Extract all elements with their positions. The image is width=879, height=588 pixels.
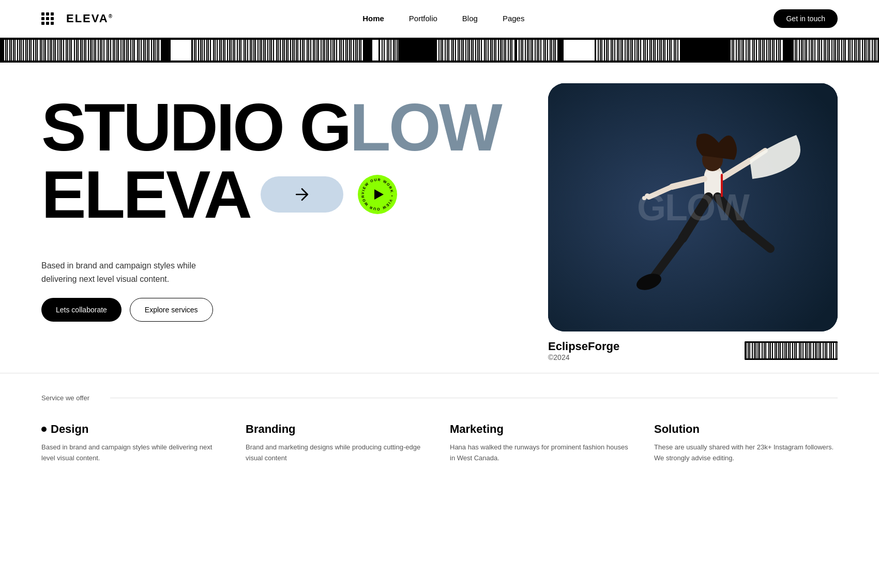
svg-rect-99	[232, 40, 233, 61]
play-badge-circle[interactable]: VIEW OUR WORK • VIEW OUR WORK •	[358, 175, 397, 214]
contact-button[interactable]: Get in touch	[774, 9, 838, 28]
svg-rect-232	[556, 40, 557, 61]
svg-rect-182	[452, 40, 453, 61]
svg-rect-172	[396, 40, 397, 61]
svg-rect-140	[315, 40, 316, 61]
svg-rect-163	[361, 40, 363, 61]
svg-rect-311	[810, 40, 811, 61]
svg-rect-289	[757, 40, 759, 61]
nav-portfolio[interactable]: Portfolio	[409, 14, 437, 23]
svg-rect-308	[804, 40, 805, 61]
svg-rect-1	[4, 40, 5, 61]
service-item-design: Design Based in brand and campaign style…	[41, 423, 225, 464]
hero-title-line1: STUDIO GLOW	[41, 94, 838, 161]
svg-rect-339	[867, 40, 868, 61]
svg-rect-89	[211, 40, 213, 61]
svg-rect-35	[72, 40, 74, 61]
svg-rect-340	[869, 40, 869, 61]
svg-rect-326	[840, 40, 841, 61]
svg-rect-274	[678, 40, 680, 61]
svg-rect-283	[744, 40, 746, 61]
svg-rect-244	[618, 40, 618, 61]
svg-rect-223	[538, 40, 538, 61]
services-grid: Design Based in brand and campaign style…	[41, 423, 838, 464]
svg-rect-301	[781, 40, 783, 61]
svg-rect-288	[755, 40, 756, 61]
svg-rect-107	[248, 40, 250, 61]
svg-rect-193	[474, 40, 475, 61]
svg-rect-143	[322, 40, 323, 61]
svg-rect-189	[466, 40, 467, 61]
svg-rect-121	[277, 40, 278, 61]
svg-rect-254	[638, 40, 638, 61]
svg-rect-97	[228, 40, 229, 61]
svg-rect-134	[303, 40, 304, 61]
svg-rect-322	[832, 40, 833, 61]
grid-icon[interactable]	[41, 12, 54, 25]
svg-rect-31	[64, 40, 66, 61]
svg-rect-230	[552, 40, 553, 61]
svg-rect-253	[635, 40, 636, 61]
svg-rect-171	[394, 40, 395, 61]
nav-home[interactable]: Home	[362, 14, 384, 23]
hero-section: STUDIO GLOW ELEVA	[0, 63, 879, 373]
svg-rect-328	[844, 40, 845, 61]
nav-pages[interactable]: Pages	[503, 14, 525, 23]
svg-rect-58	[119, 40, 120, 61]
service-desc-design: Based in brand and campaign styles while…	[41, 442, 225, 464]
svg-rect-150	[335, 40, 336, 61]
svg-rect-243	[615, 40, 617, 61]
svg-rect-37	[77, 40, 78, 61]
svg-rect-185	[459, 40, 459, 61]
svg-rect-219	[529, 40, 531, 61]
svg-rect-48	[99, 40, 100, 61]
svg-rect-305	[797, 40, 799, 61]
svg-rect-43	[89, 40, 90, 61]
play-badge[interactable]: VIEW OUR WORK • VIEW OUR WORK •	[358, 175, 397, 214]
svg-rect-82	[196, 40, 198, 61]
svg-rect-342	[873, 40, 874, 61]
service-bullet-design	[41, 427, 47, 432]
svg-rect-327	[842, 40, 843, 61]
svg-rect-334	[857, 40, 858, 61]
services-button[interactable]: Explore services	[130, 298, 213, 322]
nav-blog[interactable]: Blog	[462, 14, 478, 23]
svg-rect-98	[230, 40, 231, 61]
svg-rect-201	[491, 40, 492, 61]
svg-rect-23	[49, 40, 50, 61]
svg-rect-321	[830, 40, 831, 61]
svg-rect-270	[670, 40, 671, 61]
svg-rect-250	[629, 40, 630, 61]
svg-rect-46	[95, 40, 95, 61]
svg-rect-165	[380, 40, 382, 61]
svg-rect-159	[354, 40, 355, 61]
service-item-solution: Solution These are usually shared with h…	[654, 423, 838, 464]
svg-rect-203	[495, 40, 495, 61]
svg-rect-5	[12, 40, 13, 61]
svg-rect-332	[853, 40, 854, 61]
svg-rect-148	[331, 40, 332, 61]
svg-rect-66	[135, 40, 137, 61]
service-desc-solution: These are usually shared with her 23k+ I…	[654, 442, 838, 464]
svg-rect-8	[18, 40, 19, 61]
svg-rect-33	[68, 40, 69, 61]
svg-rect-175	[437, 40, 438, 61]
svg-rect-12	[26, 40, 27, 61]
svg-rect-226	[544, 40, 545, 61]
svg-rect-194	[476, 40, 477, 61]
svg-rect-62	[127, 40, 128, 61]
hero-left: STUDIO GLOW ELEVA	[41, 94, 838, 352]
svg-rect-16	[34, 40, 35, 61]
svg-rect-109	[252, 40, 253, 61]
svg-rect-154	[344, 40, 345, 61]
svg-rect-127	[289, 40, 290, 61]
svg-rect-236	[601, 40, 601, 61]
svg-rect-280	[739, 40, 739, 61]
collaborate-button[interactable]: Lets collaborate	[41, 298, 122, 322]
arrow-button[interactable]	[261, 176, 343, 213]
hero-description: Based in brand and campaign styles while…	[41, 259, 217, 285]
svg-rect-128	[291, 40, 292, 61]
svg-rect-59	[122, 40, 123, 61]
svg-rect-216	[523, 40, 525, 61]
svg-rect-111	[256, 40, 257, 61]
